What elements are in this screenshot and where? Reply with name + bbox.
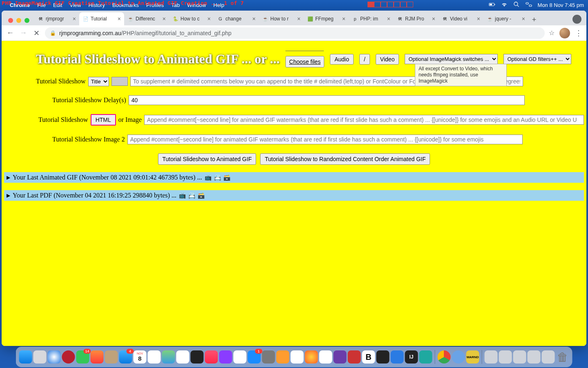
forward-button[interactable]: → [19,29,28,38]
dock-tor[interactable] [334,350,347,364]
browser-tab[interactable]: ☕ Differenc × [124,12,169,25]
window-minimize-icon[interactable] [16,18,21,23]
dock-photobooth[interactable] [91,350,104,364]
menubar-datetime[interactable]: Mon 8 Nov 7:45 pm [538,2,584,8]
dock-downloads[interactable] [542,350,555,364]
card-box-icon[interactable]: 📇 [214,174,221,181]
tab-close-icon[interactable]: × [387,16,390,22]
card-box-icon[interactable]: 📇 [188,192,195,199]
dock-news[interactable] [234,350,247,364]
delay-input[interactable] [129,95,525,105]
dock-preferences[interactable] [262,350,275,364]
dock-pages[interactable] [276,350,290,364]
browser-tab[interactable]: p PHP: im × [349,12,394,25]
dock-appstore[interactable] [248,350,261,364]
dock-messages[interactable] [76,350,89,364]
image2-input[interactable] [127,135,523,144]
html-button[interactable]: HTML [91,114,116,126]
spotlight-icon[interactable] [513,1,520,9]
browser-tab[interactable]: ☕ jquery - × [483,12,528,25]
dock-textedit[interactable] [319,350,332,364]
dock-music[interactable] [205,350,218,364]
tab-close-icon[interactable]: × [252,16,256,22]
window-zoom-icon[interactable] [24,18,29,23]
browser-tab[interactable]: 🟩 FFmpeg × [304,12,349,25]
tab-close-icon[interactable]: × [477,16,480,22]
to-animated-gif-button[interactable]: Tutorial Slideshow to Animated GIF [158,153,256,165]
tab-close-icon[interactable]: × [342,16,345,22]
browser-tab[interactable]: G change × [214,12,259,25]
lock-icon[interactable]: 🔒 [50,30,56,36]
dock-podcasts[interactable] [219,350,232,364]
dock-finder[interactable] [19,350,32,364]
dock-calendar[interactable]: NOV8 [134,350,147,364]
back-button[interactable]: ← [6,29,15,38]
profile-avatar[interactable] [559,28,570,38]
card-index-icon[interactable]: 🗃️ [223,174,230,181]
dock-stack4[interactable] [528,350,541,364]
audio-button[interactable]: Audio [330,54,354,65]
dock-brave[interactable] [291,350,304,364]
choose-files-button[interactable]: Choose files [285,56,324,67]
dock-tv[interactable] [191,350,204,364]
browser-tab[interactable]: 🛠 Video vi × [439,12,483,25]
colour-swatch[interactable] [111,77,128,86]
dock-chromium[interactable] [452,350,465,364]
address-bar[interactable]: 🔒 rjmprogramming.com.au/PHP/animegif/tut… [45,27,545,39]
dock-safari[interactable] [48,350,61,364]
wifi-icon[interactable] [501,1,508,9]
dock-photos[interactable] [176,350,189,364]
battery-icon[interactable] [489,1,495,9]
tv-icon[interactable]: 📺 [205,174,212,181]
dock-warnd[interactable]: WARND [466,350,479,364]
tab-close-icon[interactable]: × [118,16,121,22]
dock-filezilla[interactable] [348,350,361,364]
browser-tab[interactable]: 🐍 How to c × [169,12,214,25]
new-tab-button[interactable]: + [528,14,540,25]
last-gif-details[interactable]: ▶ Your Last Animated GIF (November 08 20… [4,172,584,183]
dock-chrome[interactable] [438,350,451,364]
dock-firefox[interactable] [305,350,318,364]
profile-indicator-icon[interactable] [572,15,581,24]
dock-maps[interactable] [162,350,175,364]
tv-icon[interactable]: 📺 [179,192,186,199]
dock-trash[interactable]: 🗑 [556,350,569,364]
browser-tab[interactable]: 🛠 RJM Pro × [394,12,439,25]
dock-stack2[interactable] [499,350,512,364]
dock-bold-b[interactable]: B [362,350,375,364]
slash-button[interactable]: / [359,54,370,65]
dock-intellij[interactable]: IJ [405,350,418,364]
dock-stack3[interactable] [513,350,526,364]
dock-launchpad[interactable] [33,350,47,364]
macos-dock[interactable]: NOV8 B IJ WARND 🗑 [16,347,572,367]
dock-xcode[interactable] [391,350,404,364]
to-randomized-gif-button[interactable]: Tutorial Slideshow to Randomized Content… [260,153,430,165]
dock-terminal[interactable] [376,350,390,364]
tab-close-icon[interactable]: × [297,16,301,22]
browser-tab[interactable]: ☕ How to r × [259,12,304,25]
control-center-icon[interactable] [526,1,532,9]
tab-close-icon[interactable]: × [73,16,76,22]
bookmark-star-icon[interactable]: ☆ [549,29,555,37]
dock-reminders[interactable] [148,350,161,364]
tab-close-icon[interactable]: × [207,16,211,22]
window-close-icon[interactable] [8,18,13,23]
stop-reload-button[interactable]: ✕ [32,29,41,38]
browser-tab[interactable]: 🛠 rjmprogr × [34,12,79,25]
dock-webstorm[interactable] [419,350,432,364]
video-button[interactable]: Video [376,54,399,65]
browser-tab[interactable]: 📄 Tutorial × [79,12,124,25]
dock-stack1[interactable] [485,350,498,364]
tab-close-icon[interactable]: × [432,16,435,22]
gd-filters-select[interactable]: Optional GD filters++ ... [503,54,571,64]
dock-opera[interactable] [62,350,75,364]
dock-mail[interactable] [119,350,132,364]
chrome-menu-icon[interactable]: ⋮ [575,29,582,38]
card-index-icon[interactable]: 🗃️ [198,192,205,199]
tab-close-icon[interactable]: × [522,16,525,22]
dock-contacts[interactable] [105,350,118,364]
image1-input[interactable] [144,115,584,125]
tab-close-icon[interactable]: × [163,16,166,22]
title-select[interactable]: Title [88,77,109,86]
imagemagick-switches-select[interactable]: Optional ImageMagick switches ... [405,54,498,64]
